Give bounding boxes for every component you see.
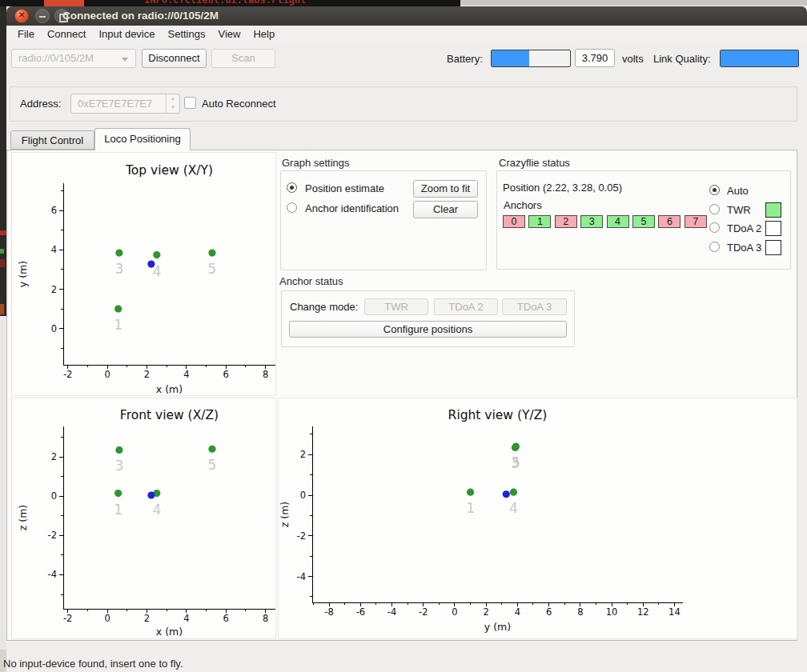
svg-text:2: 2	[144, 369, 150, 380]
svg-text:0: 0	[51, 490, 57, 502]
menu-view[interactable]: View	[211, 26, 247, 42]
plot-right-view[interactable]: -8-6-4-202468101214-4-202Right view (Y/Z…	[278, 398, 797, 639]
y-axis-label: z (m)	[17, 505, 29, 530]
svg-text:4: 4	[51, 244, 57, 255]
battery-progress-fill	[492, 50, 529, 66]
change-mode-label: Change mode:	[290, 301, 358, 313]
crazyflie-position-dot	[147, 491, 155, 498]
cf-mode-radio-tdoa-2[interactable]	[709, 222, 720, 233]
cf-mode-swatch-1	[765, 202, 781, 218]
desktop-background-strip	[460, 0, 807, 6]
x-axis-label: y (m)	[484, 621, 511, 633]
svg-text:6: 6	[223, 613, 229, 624]
y-axis-label: y (m)	[17, 261, 29, 287]
graph-mode-radio-0[interactable]	[287, 182, 297, 193]
anchor-badge-4: 4	[607, 215, 629, 228]
anchor-dot	[115, 250, 122, 257]
svg-text:4: 4	[183, 613, 189, 624]
anchor-number-label: 5	[208, 457, 217, 473]
window-title: Connected on radio://0/105/2M	[62, 10, 219, 22]
svg-text:-2: -2	[297, 530, 306, 542]
address-spinbox[interactable]: 0xE7E7E7E7E7 ▲▼	[70, 94, 180, 114]
svg-text:-4: -4	[387, 606, 396, 618]
graph-settings-title: Graph settings	[282, 157, 350, 169]
terminal-titlebar-fragment	[44, 0, 84, 6]
anchor-badge-0: 0	[503, 215, 525, 228]
menu-file[interactable]: File	[11, 26, 41, 42]
position-value: (2.22, 3.28, 0.05)	[543, 182, 622, 194]
svg-text:12: 12	[637, 606, 649, 618]
svg-text:0: 0	[104, 613, 110, 624]
x-axis-label: x (m)	[156, 383, 183, 395]
svg-text:8: 8	[263, 613, 268, 624]
y-axis-label: z (m)	[279, 502, 291, 527]
svg-text:-2: -2	[419, 606, 428, 618]
change-mode-button-tdoa-2[interactable]: TDoA 2	[434, 298, 498, 315]
change-mode-button-tdoa-3[interactable]: TDoA 3	[502, 298, 567, 315]
crazyflie-position-dot	[147, 261, 155, 268]
connection-uri-combobox[interactable]: radio://0/105/2M	[11, 49, 136, 68]
svg-text:6: 6	[51, 205, 57, 216]
svg-text:6: 6	[223, 369, 229, 380]
plot-top-view[interactable]: -2024680246Top view (X/Y)x (m)y (m)1345	[11, 152, 276, 396]
disconnect-button[interactable]: Disconnect	[142, 49, 207, 68]
svg-text:0: 0	[452, 606, 457, 618]
graph-mode-radio-label-1: Anchor identification	[305, 202, 399, 214]
anchor-number-label: 1	[114, 317, 122, 333]
x-axis-label: x (m)	[156, 626, 183, 638]
anchor-badge-7: 7	[685, 215, 707, 228]
cf-mode-radio-twr[interactable]	[709, 204, 720, 214]
anchor-number-label: 3	[114, 261, 123, 277]
link-quality-label: Link Quality:	[653, 53, 711, 65]
background-terminal-left-edge	[0, 6, 6, 672]
window-titlebar[interactable]: Connected on radio://0/105/2M	[6, 6, 807, 26]
svg-text:6: 6	[546, 606, 552, 618]
svg-text:-8: -8	[324, 606, 333, 618]
svg-text:0: 0	[300, 490, 306, 501]
auto-reconnect-checkbox[interactable]	[184, 97, 196, 109]
crazyflie-status-title: Crazyflie status	[499, 157, 570, 169]
menu-help[interactable]: Help	[247, 26, 281, 42]
menu-settings[interactable]: Settings	[161, 26, 211, 42]
menu-connect[interactable]: Connect	[41, 26, 92, 42]
clear-button[interactable]: Clear	[413, 201, 478, 218]
svg-text:0: 0	[104, 369, 110, 380]
svg-text:4: 4	[515, 606, 520, 618]
svg-text:8: 8	[577, 606, 583, 618]
anchor-dot	[115, 446, 122, 454]
address-label: Address:	[20, 98, 61, 110]
cf-mode-radio-auto[interactable]	[709, 185, 720, 195]
auto-reconnect-label: Auto Reconnect	[202, 98, 276, 110]
spinbox-arrows-icon[interactable]: ▲▼	[166, 94, 179, 113]
anchors-label: Anchors	[504, 199, 542, 211]
svg-text:-4: -4	[297, 571, 306, 582]
plot-front-view[interactable]: -202468-4-202Front view (X/Z)x (m)z (m)1…	[11, 398, 276, 639]
crazyflie-position-dot	[503, 490, 510, 498]
tab-loco-positioning[interactable]: Loco Positioning	[94, 128, 191, 150]
window-minimize-button[interactable]	[35, 9, 50, 23]
svg-text:-6: -6	[356, 606, 365, 618]
menu-input-device[interactable]: Input device	[92, 26, 161, 42]
cf-mode-radio-tdoa-3[interactable]	[709, 242, 720, 252]
change-mode-button-twr[interactable]: TWR	[364, 298, 428, 315]
window-close-button[interactable]	[14, 9, 29, 23]
cf-mode-radio-label-1: TWR	[727, 204, 751, 216]
svg-text:2: 2	[51, 284, 57, 295]
anchor-dot	[208, 446, 215, 453]
scan-button[interactable]: Scan	[211, 49, 275, 68]
cf-mode-radio-label-2: TDoA 2	[727, 222, 761, 234]
svg-text:10: 10	[606, 606, 618, 618]
svg-text:2: 2	[51, 451, 57, 462]
anchor-number-label: 4	[152, 502, 161, 518]
configure-positions-button[interactable]: Configure positions	[289, 321, 567, 338]
plot-title: Front view (X/Z)	[120, 408, 219, 422]
graph-mode-radio-1[interactable]	[287, 202, 297, 213]
tab-flight-control[interactable]: Flight Control	[10, 130, 94, 150]
anchor-status-title: Anchor status	[279, 275, 343, 287]
plot-title: Top view (X/Y)	[125, 163, 213, 178]
zoom-to-fit-button[interactable]: Zoom to fit	[413, 180, 478, 198]
chevron-down-icon	[122, 58, 128, 62]
link-quality-progressbar	[720, 50, 799, 67]
anchor-badge-2: 2	[555, 215, 577, 228]
svg-text:14: 14	[668, 606, 681, 618]
